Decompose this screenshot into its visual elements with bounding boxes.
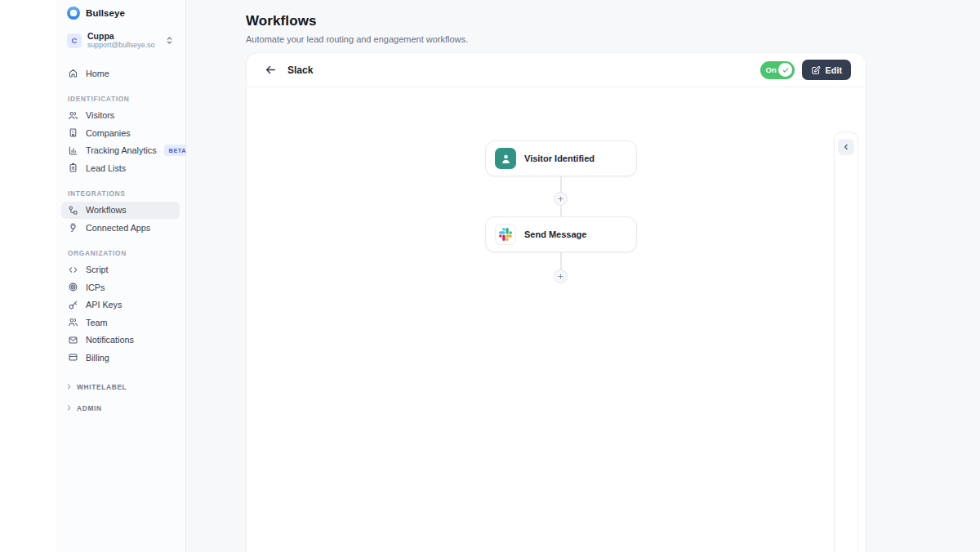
sidebar-item-label: Billing (86, 353, 109, 363)
sidebar: Bullseye C Cuppa support@bullseye.so Hom… (56, 0, 186, 552)
credit-card-icon (68, 352, 78, 363)
workflow-node-trigger[interactable]: Visitor Identified (485, 140, 637, 176)
page-title: Workflows (246, 13, 468, 29)
code-icon (68, 265, 78, 275)
edit-pencil-icon (811, 65, 821, 75)
sidebar-item-connected-apps[interactable]: Connected Apps (61, 219, 180, 237)
sidebar-item-companies[interactable]: Companies (61, 124, 180, 142)
sidebar-item-label: Home (86, 69, 109, 78)
check-icon (782, 66, 790, 74)
chevron-right-icon (65, 404, 73, 412)
brand: Bullseye (56, 0, 185, 24)
sidebar-item-billing[interactable]: Billing (61, 349, 180, 367)
visitor-person-icon (495, 148, 516, 169)
section-label-identification: IDENTIFICATION (68, 95, 185, 103)
workflow-icon (68, 205, 78, 216)
toggle-knob (778, 63, 792, 77)
sidebar-item-script[interactable]: Script (61, 261, 180, 279)
sidebar-section-whitelabel[interactable]: WHITELABEL (65, 383, 185, 391)
sidebar-item-api-keys[interactable]: API Keys (61, 296, 180, 314)
sidebar-item-label: ICPs (86, 283, 105, 292)
plus-icon (557, 273, 564, 280)
account-name: Cuppa (87, 31, 159, 41)
workflow-header: Slack On Edit (247, 53, 866, 87)
plus-icon (557, 195, 564, 203)
sidebar-item-notifications[interactable]: Notifications (61, 332, 180, 349)
sidebar-item-icps[interactable]: ICPs (61, 278, 180, 296)
key-icon (68, 300, 78, 310)
brand-name: Bullseye (86, 8, 125, 18)
chevron-left-icon (842, 143, 850, 151)
users-icon (68, 110, 78, 121)
collapsible-label: ADMIN (77, 404, 102, 412)
toggle-state-label: On (766, 65, 777, 74)
select-chevrons-icon (165, 36, 174, 45)
node-label: Send Message (524, 229, 586, 239)
sidebar-item-label: Companies (86, 128, 131, 138)
account-switcher[interactable]: C Cuppa support@bullseye.so (62, 28, 179, 53)
back-button[interactable] (261, 61, 279, 79)
workflow-name: Slack (287, 65, 313, 76)
workflow-node-action[interactable]: Send Message (485, 216, 637, 252)
sidebar-item-team[interactable]: Team (61, 314, 180, 332)
node-label: Visitor Identified (524, 154, 595, 163)
header-actions: On Edit (760, 60, 851, 80)
page-header: Workflows Automate your lead routing and… (246, 13, 468, 44)
home-icon (68, 68, 78, 78)
workflow-canvas: Visitor Identified Send (247, 87, 866, 552)
sidebar-item-label: Notifications (86, 335, 134, 345)
sidebar-item-label: Script (86, 265, 109, 274)
sidebar-item-home[interactable]: Home (61, 65, 180, 82)
edit-button[interactable]: Edit (802, 60, 851, 80)
sidebar-item-label: Connected Apps (86, 223, 150, 233)
plug-icon (68, 222, 78, 233)
section-label-organization: ORGANIZATION (68, 249, 185, 257)
add-step-button[interactable] (554, 269, 568, 283)
chevron-right-icon (65, 383, 73, 390)
panel-expand-button[interactable] (838, 139, 854, 155)
sidebar-section-admin[interactable]: ADMIN (65, 404, 185, 412)
bar-chart-icon (68, 145, 78, 156)
sidebar-item-label: Team (86, 318, 107, 327)
sidebar-item-label: Tracking Analytics (86, 145, 157, 155)
edit-button-label: Edit (826, 65, 842, 75)
main-content: Workflows Automate your lead routing and… (186, 0, 980, 552)
sidebar-item-tracking-analytics[interactable]: Tracking Analytics BETA (61, 142, 180, 160)
clipboard-icon (68, 162, 78, 173)
collapsed-side-panel (834, 131, 858, 552)
workflow-editor-card: Slack On Edit (246, 52, 866, 552)
target-icon (68, 282, 78, 292)
app-root: Bullseye C Cuppa support@bullseye.so Hom… (0, 0, 980, 552)
sidebar-nav: Home IDENTIFICATION Visitors Companies T… (56, 53, 185, 412)
add-step-button[interactable] (554, 192, 568, 206)
team-icon (68, 317, 78, 327)
sidebar-item-label: API Keys (86, 300, 122, 309)
sidebar-item-visitors[interactable]: Visitors (61, 107, 180, 125)
collapsible-label: WHITELABEL (77, 383, 127, 391)
mail-icon (68, 335, 78, 345)
sidebar-item-lead-lists[interactable]: Lead Lists (61, 159, 180, 177)
avatar: C (67, 33, 82, 48)
building-icon (68, 127, 78, 138)
sidebar-item-label: Visitors (86, 110, 114, 120)
slack-logo-icon (495, 224, 516, 245)
sidebar-item-workflows[interactable]: Workflows (61, 202, 180, 220)
account-info: Cuppa support@bullseye.so (87, 31, 159, 50)
page-subtitle: Automate your lead routing and engagemen… (246, 34, 468, 44)
sidebar-item-label: Lead Lists (86, 163, 126, 173)
bullseye-logo-icon (67, 7, 80, 20)
account-email: support@bullseye.so (87, 41, 159, 50)
section-label-integrations: INTEGRATIONS (68, 189, 185, 198)
arrow-left-icon (265, 64, 277, 76)
sidebar-item-label: Workflows (86, 205, 127, 215)
workflow-on-toggle[interactable]: On (760, 61, 795, 79)
